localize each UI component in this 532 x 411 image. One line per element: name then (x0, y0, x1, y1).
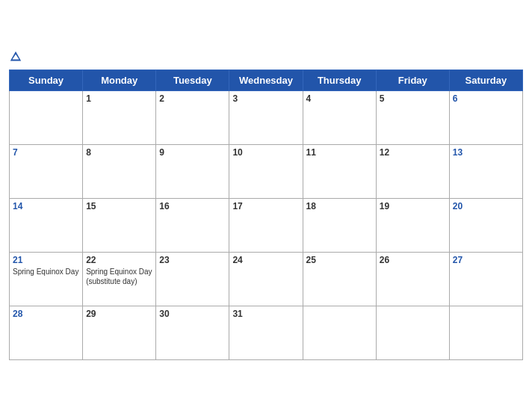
calendar-cell (449, 306, 522, 359)
calendar: SundayMondayTuesdayWednesdayThursdayFrid… (0, 43, 532, 369)
day-number: 14 (13, 201, 79, 211)
calendar-cell: 29 (83, 306, 156, 359)
holiday-name: Spring Equinox Day (13, 267, 79, 276)
day-number: 21 (13, 255, 79, 265)
calendar-cell: 7 (10, 144, 83, 198)
calendar-table: SundayMondayTuesdayWednesdayThursdayFrid… (9, 69, 523, 360)
calendar-cell: 30 (156, 306, 229, 359)
day-number: 25 (306, 255, 373, 265)
day-number: 6 (453, 93, 519, 104)
day-header-tuesday: Tuesday (156, 69, 229, 90)
day-number: 13 (453, 147, 519, 158)
calendar-cell: 22Spring Equinox Day (substitute day) (83, 252, 156, 306)
calendar-cell: 17 (229, 198, 303, 252)
day-number: 19 (380, 201, 446, 211)
day-number: 8 (86, 147, 152, 158)
day-number: 7 (13, 147, 79, 158)
day-number: 10 (232, 147, 299, 158)
calendar-cell: 12 (376, 144, 449, 198)
calendar-cell: 10 (229, 144, 303, 198)
week-row-3: 14151617181920 (10, 198, 523, 252)
day-number: 20 (453, 201, 519, 211)
calendar-cell (303, 306, 376, 359)
week-row-2: 78910111213 (10, 144, 523, 198)
day-number: 26 (380, 255, 446, 265)
day-number: 28 (13, 309, 79, 319)
day-number: 15 (86, 201, 152, 211)
week-row-5: 28293031 (10, 306, 523, 359)
day-header-wednesday: Wednesday (229, 69, 303, 90)
calendar-cell: 4 (303, 90, 376, 144)
calendar-cell: 1 (83, 90, 156, 144)
day-header-row: SundayMondayTuesdayWednesdayThursdayFrid… (10, 69, 523, 90)
calendar-tbody: 123456789101112131415161718192021Spring … (10, 90, 523, 359)
logo-area (9, 50, 25, 64)
day-header-sunday: Sunday (10, 69, 83, 90)
day-number: 11 (306, 147, 373, 158)
calendar-cell: 23 (156, 252, 229, 306)
logo-text (9, 50, 25, 64)
day-number: 27 (453, 255, 519, 265)
day-header-monday: Monday (83, 69, 156, 90)
calendar-cell: 21Spring Equinox Day (10, 252, 83, 306)
holiday-name: Spring Equinox Day (substitute day) (86, 267, 152, 286)
day-header-saturday: Saturday (449, 69, 522, 90)
calendar-cell: 26 (376, 252, 449, 306)
week-row-4: 21Spring Equinox Day22Spring Equinox Day… (10, 252, 523, 306)
calendar-header (9, 50, 523, 64)
calendar-cell: 15 (83, 198, 156, 252)
calendar-cell: 31 (229, 306, 303, 359)
calendar-thead: SundayMondayTuesdayWednesdayThursdayFrid… (10, 69, 523, 90)
calendar-cell: 11 (303, 144, 376, 198)
calendar-cell: 25 (303, 252, 376, 306)
calendar-cell: 8 (83, 144, 156, 198)
calendar-cell: 13 (449, 144, 522, 198)
day-number: 2 (159, 93, 226, 104)
day-number: 31 (232, 309, 299, 319)
calendar-cell: 19 (376, 198, 449, 252)
calendar-cell: 14 (10, 198, 83, 252)
calendar-cell: 18 (303, 198, 376, 252)
day-number: 5 (380, 93, 446, 104)
calendar-cell (10, 90, 83, 144)
day-number: 23 (159, 255, 226, 265)
calendar-cell (376, 306, 449, 359)
day-number: 17 (232, 201, 299, 211)
day-number: 29 (86, 309, 152, 319)
calendar-cell: 20 (449, 198, 522, 252)
calendar-cell: 16 (156, 198, 229, 252)
day-number: 4 (306, 93, 373, 104)
day-number: 30 (159, 309, 226, 319)
logo-icon (9, 50, 22, 64)
calendar-cell: 3 (229, 90, 303, 144)
calendar-cell: 9 (156, 144, 229, 198)
day-number: 12 (380, 147, 446, 158)
day-header-friday: Friday (376, 69, 449, 90)
calendar-cell: 5 (376, 90, 449, 144)
calendar-cell: 24 (229, 252, 303, 306)
day-number: 24 (232, 255, 299, 265)
day-number: 18 (306, 201, 373, 211)
calendar-cell: 6 (449, 90, 522, 144)
day-header-thursday: Thursday (303, 69, 376, 90)
week-row-1: 123456 (10, 90, 523, 144)
day-number: 16 (159, 201, 226, 211)
day-number: 9 (159, 147, 226, 158)
day-number: 1 (86, 93, 152, 104)
calendar-cell: 28 (10, 306, 83, 359)
day-number: 3 (232, 93, 299, 104)
day-number: 22 (86, 255, 152, 265)
calendar-cell: 27 (449, 252, 522, 306)
calendar-cell: 2 (156, 90, 229, 144)
